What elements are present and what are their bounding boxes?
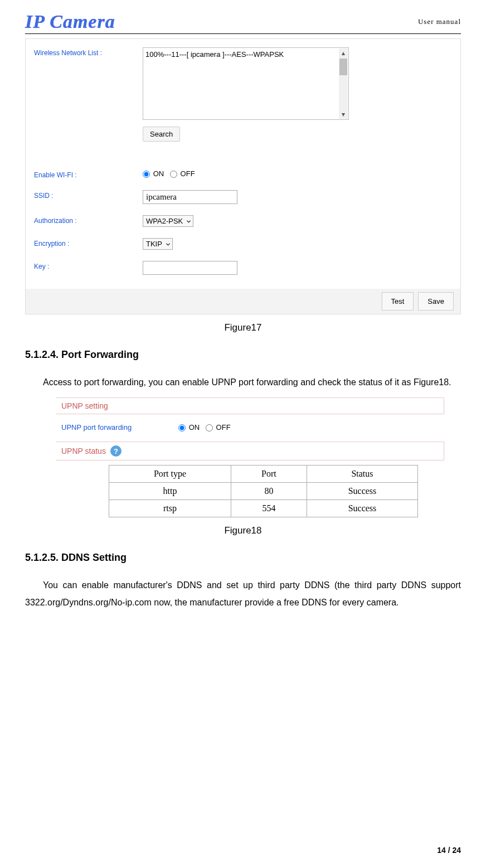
scroll-down-icon[interactable]: ▾: [342, 110, 345, 119]
encryption-select[interactable]: TKIP: [143, 238, 173, 250]
figure18-caption: Figure18: [25, 525, 461, 536]
wireless-network-list[interactable]: 100%---11---[ ipcamera ]---AES---WPAPSK …: [143, 47, 349, 120]
document-title: User manual: [418, 17, 461, 26]
th-port: Port: [231, 465, 307, 483]
enable-wifi-label: Enable WI-FI :: [34, 169, 143, 179]
cell-status: Success: [307, 500, 417, 517]
upnp-forwarding-label: UPNP port forwarding: [61, 423, 178, 431]
section-heading-5125: 5.1.2.5. DDNS Setting: [25, 552, 461, 564]
upnp-status-table: Port type Port Status http 80 Success rt…: [109, 465, 418, 517]
ssid-label: SSID :: [34, 190, 143, 200]
table-row: rtsp 554 Success: [109, 500, 418, 517]
upnp-status-header-text: UPNP status: [61, 447, 106, 455]
wifi-off-label: OFF: [181, 169, 195, 178]
ssid-input[interactable]: [143, 190, 237, 204]
figure18-panel: UPNP setting UPNP port forwarding ON OFF…: [56, 397, 444, 517]
cell-port-type: rtsp: [109, 500, 231, 517]
network-item[interactable]: 100%---11---[ ipcamera ]---AES---WPAPSK: [145, 50, 284, 59]
table-header-row: Port type Port Status: [109, 465, 418, 483]
help-icon[interactable]: ?: [110, 445, 122, 457]
figure17-caption: Figure17: [25, 322, 461, 333]
page-header: IP Camera User manual: [25, 11, 461, 34]
upnp-on-label: ON: [189, 423, 200, 431]
key-label: Key :: [34, 261, 143, 270]
scrollbar[interactable]: ▴ ▾: [339, 49, 348, 119]
search-button[interactable]: Search: [143, 127, 180, 142]
upnp-status-header: UPNP status ?: [56, 442, 444, 460]
wifi-radio-group: ON OFF: [143, 169, 195, 178]
wireless-list-label: Wireless Network List :: [34, 47, 143, 57]
cell-port-type: http: [109, 483, 231, 500]
key-input[interactable]: [143, 261, 237, 275]
cell-status: Success: [307, 483, 417, 500]
brand-logo: IP Camera: [25, 11, 115, 32]
scroll-up-icon[interactable]: ▴: [342, 49, 345, 57]
section-5125-paragraph: You can enable manufacturer's DDNS and s…: [25, 577, 461, 611]
upnp-off-label: OFF: [216, 423, 231, 431]
th-status: Status: [307, 465, 417, 483]
encryption-label: Encryption :: [34, 238, 143, 248]
wifi-on-radio[interactable]: [143, 171, 150, 178]
th-port-type: Port type: [109, 465, 231, 483]
figure17-panel: Wireless Network List : 100%---11---[ ip…: [25, 38, 461, 314]
upnp-setting-header-text: UPNP setting: [61, 401, 108, 410]
authorization-select[interactable]: WPA2-PSK: [143, 215, 193, 227]
page-number: 14 / 24: [437, 846, 461, 855]
cell-port: 554: [231, 500, 307, 517]
cell-port: 80: [231, 483, 307, 500]
test-button[interactable]: Test: [382, 292, 414, 311]
section-5124-paragraph: Access to port forwarding, you can enabl…: [25, 374, 461, 391]
bottom-toolbar: Test Save: [26, 289, 460, 314]
upnp-setting-header: UPNP setting: [56, 397, 444, 414]
scroll-thumb[interactable]: [339, 59, 347, 75]
section-heading-5124: 5.1.2.4. Port Forwarding: [25, 349, 461, 361]
upnp-off-radio[interactable]: [206, 424, 213, 431]
wifi-off-radio[interactable]: [170, 171, 177, 178]
upnp-on-radio[interactable]: [178, 424, 186, 431]
authorization-label: Authorization :: [34, 215, 143, 225]
table-row: http 80 Success: [109, 483, 418, 500]
wifi-on-label: ON: [153, 169, 164, 178]
save-button[interactable]: Save: [418, 292, 454, 311]
